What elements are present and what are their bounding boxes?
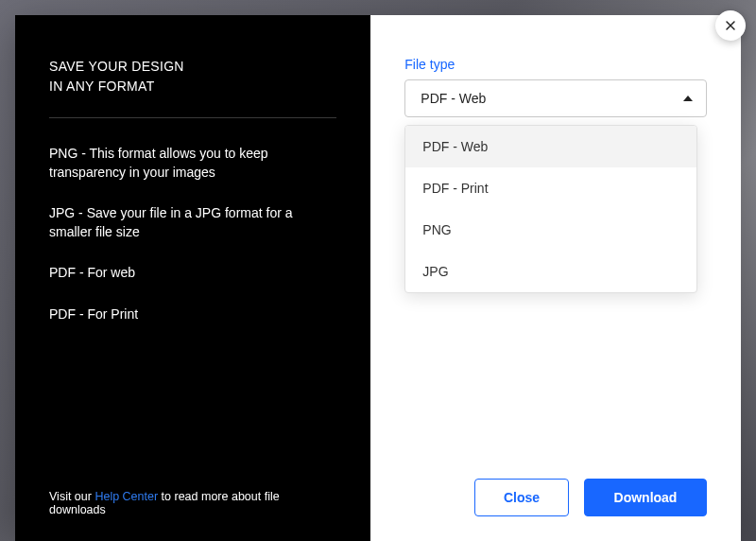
divider [49, 117, 336, 118]
panel-heading: SAVE YOUR DESIGN IN ANY FORMAT [49, 57, 336, 96]
download-button[interactable]: Download [584, 479, 707, 516]
form-panel: File type PDF - Web PDF - Web PDF - Prin… [370, 15, 741, 541]
close-icon [723, 18, 738, 33]
file-type-select[interactable]: PDF - Web [404, 79, 707, 117]
download-modal: SAVE YOUR DESIGN IN ANY FORMAT PNG - Thi… [15, 15, 741, 541]
file-type-selected-value: PDF - Web [421, 91, 486, 106]
help-center-link[interactable]: Help Center [94, 490, 158, 503]
heading-line-2: IN ANY FORMAT [49, 77, 336, 96]
dropdown-option-pdf-print[interactable]: PDF - Print [405, 167, 696, 209]
dropdown-option-jpg[interactable]: JPG [405, 251, 696, 292]
button-row: Close Download [474, 479, 707, 516]
close-modal-button[interactable] [715, 10, 746, 41]
file-type-dropdown: PDF - Web PDF - Print PNG JPG [404, 125, 697, 293]
format-description: PDF - For Print [49, 305, 336, 324]
close-button[interactable]: Close [474, 479, 569, 516]
dropdown-option-png[interactable]: PNG [405, 209, 696, 251]
info-panel: SAVE YOUR DESIGN IN ANY FORMAT PNG - Thi… [15, 15, 370, 541]
heading-line-1: SAVE YOUR DESIGN [49, 57, 336, 77]
modal-backdrop: SAVE YOUR DESIGN IN ANY FORMAT PNG - Thi… [0, 0, 756, 541]
chevron-up-icon [683, 96, 693, 101]
file-type-label: File type [404, 57, 707, 72]
footer-prefix: Visit our [49, 490, 94, 503]
dropdown-option-pdf-web[interactable]: PDF - Web [405, 126, 696, 167]
footer-note: Visit our Help Center to read more about… [49, 490, 336, 516]
format-list: PNG - This format allows you to keep tra… [49, 145, 336, 324]
format-description: PDF - For web [49, 264, 336, 283]
format-description: PNG - This format allows you to keep tra… [49, 145, 336, 182]
format-description: JPG - Save your file in a JPG format for… [49, 204, 336, 241]
